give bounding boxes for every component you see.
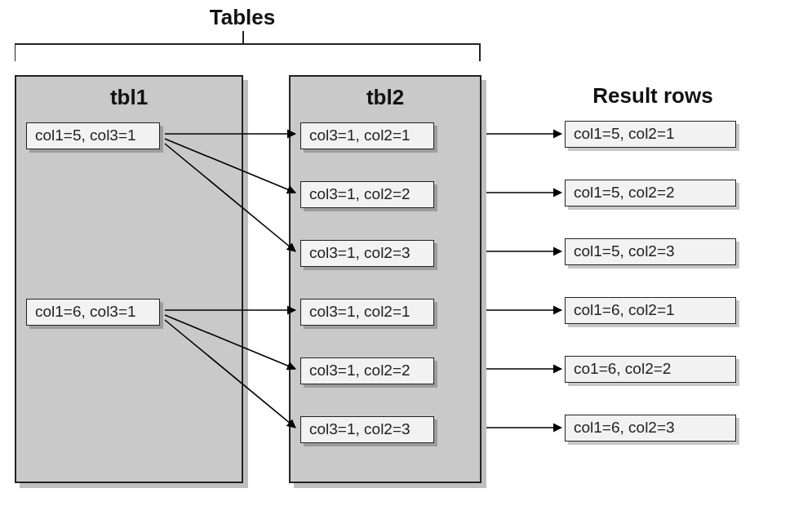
result-row-1: col1=5, col2=2: [565, 180, 736, 206]
tbl2-row-3: col3=1, col2=1: [300, 299, 434, 326]
tables-bracket: [15, 31, 488, 64]
result-heading: Result rows: [555, 83, 751, 109]
tbl1-row-0: col1=5, col3=1: [26, 122, 160, 149]
result-row-4: co1=6, col2=2: [565, 356, 736, 383]
tbl1-title: tbl1: [16, 85, 242, 110]
tbl2-row-0: col3=1, col2=1: [300, 122, 434, 149]
tbl2-row-4: col3=1, col2=2: [300, 357, 434, 384]
result-row-2: col1=5, col2=3: [565, 238, 736, 265]
tbl2-row-1: col3=1, col2=2: [300, 181, 434, 208]
tbl1-box: tbl1 col1=5, col3=1 col1=6, col3=1: [15, 75, 243, 483]
tbl2-row-2: col3=1, col2=3: [300, 240, 434, 267]
result-row-5: col1=6, col2=3: [565, 415, 736, 442]
tables-heading: Tables: [189, 5, 295, 30]
result-row-0: col1=5, col2=1: [565, 121, 736, 148]
tbl1-row-1: col1=6, col3=1: [26, 299, 160, 326]
tbl2-row-5: col3=1, col2=3: [300, 416, 434, 443]
diagram-canvas: Tables tbl1 col1=5, col3=1 col1=6, col3=…: [0, 0, 812, 506]
tbl2-title: tbl2: [291, 85, 480, 110]
tbl2-box: tbl2 col3=1, col2=1 col3=1, col2=2 col3=…: [289, 75, 481, 483]
result-row-3: col1=6, col2=1: [565, 297, 736, 324]
